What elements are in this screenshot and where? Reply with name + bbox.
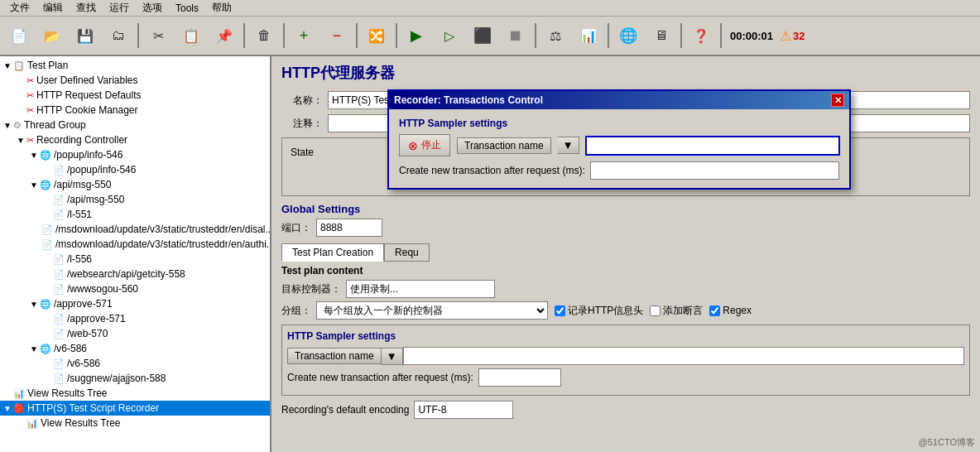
toolbar-stop[interactable]: ⬛: [467, 20, 498, 51]
tree-item-approve-571[interactable]: ▼ 🌐 /approve-571: [0, 296, 270, 311]
toolbar-toggle[interactable]: 🔀: [361, 20, 392, 51]
tree-item-view-results-2[interactable]: 📊 View Results Tree: [0, 416, 270, 430]
toolbar-stop-now[interactable]: ⏹: [500, 20, 531, 51]
tree-item-icon: 📄: [41, 224, 53, 235]
menubar: 文件 编辑 查找 运行 选项 Tools 帮助: [0, 0, 980, 17]
tree-item-v6-586b[interactable]: 📄 /v6-586: [0, 356, 270, 371]
toolbar-sep1: [137, 23, 139, 48]
expand-icon: ▼: [15, 136, 26, 145]
tree-item-icon: 📄: [53, 373, 65, 384]
tree-item-icon: 🔴: [13, 403, 25, 414]
modal-close-button[interactable]: ✕: [831, 94, 844, 107]
tree-item-msdownload-1[interactable]: 📄 /msdownload/update/v3/static/trusteddr…: [0, 222, 270, 237]
modal-dropdown-btn[interactable]: ▼: [558, 137, 579, 154]
menu-file[interactable]: 文件: [3, 0, 36, 17]
toolbar-remove[interactable]: −: [321, 20, 353, 51]
main-layout: ▼ 📋 Test Plan ✂ User Defined Variables ✂…: [0, 56, 980, 452]
menu-tools[interactable]: Tools: [169, 1, 205, 16]
toolbar-sep5: [396, 23, 397, 48]
toolbar-start-nopause[interactable]: ▷: [434, 20, 465, 51]
tree-item-icon: 📊: [26, 418, 38, 429]
tree-item-popup-546a[interactable]: ▼ 🌐 /popup/info-546: [0, 147, 270, 162]
tree-item-test-plan[interactable]: ▼ 📋 Test Plan: [0, 58, 270, 73]
tree-item-icon: 📄: [53, 209, 65, 220]
tree-item-label: /l-556: [67, 253, 92, 265]
modal-http-sampler-title: HTTP Sampler settings: [399, 118, 839, 129]
tree-item-approve-571b[interactable]: 📄 /approve-571: [0, 311, 270, 326]
toolbar-delete[interactable]: 🗑: [248, 20, 280, 51]
tree-item-label: Thread Group: [24, 119, 86, 131]
expand-icon: ▼: [28, 344, 40, 353]
tree-item-recording-controller[interactable]: ▼ ✂ Recording Controller: [0, 132, 270, 147]
tree-item-icon: 📄: [53, 269, 65, 280]
expand-icon: ▼: [2, 61, 13, 70]
toolbar-html[interactable]: 🌐: [612, 20, 644, 51]
tree-item-label: Test Plan: [27, 60, 68, 71]
tree-item-label: /web-570: [67, 328, 108, 339]
toolbar-aggregate[interactable]: 📊: [573, 20, 604, 51]
tree-item-l-551[interactable]: 📄 /l-551: [0, 207, 270, 222]
toolbar-start[interactable]: ▶: [401, 20, 432, 51]
menu-help[interactable]: 帮助: [205, 0, 238, 17]
tree-item-v6-586[interactable]: ▼ 🌐 /v6-586: [0, 341, 270, 356]
tree-item-icon: 🌐: [40, 150, 51, 161]
menu-find[interactable]: 查找: [70, 0, 103, 17]
tree-item-label: HTTP Cookie Manager: [36, 104, 138, 116]
toolbar-paste[interactable]: 📌: [209, 20, 240, 51]
menu-run[interactable]: 运行: [103, 0, 136, 17]
tree-item-thread-group[interactable]: ▼ ⚙ Thread Group: [0, 118, 270, 132]
tree-item-icon: 🌐: [40, 299, 51, 310]
toolbar-save[interactable]: 💾: [70, 20, 101, 51]
tree-item-label: /msdownload/update/v3/static/trusteddr/e…: [55, 238, 270, 250]
toolbar-copy[interactable]: 📋: [175, 20, 207, 51]
tree-item-label: /approve-571: [54, 298, 113, 310]
tree-item-icon: ✂: [26, 135, 34, 146]
tree-item-icon: 📄: [41, 239, 53, 250]
tree-item-msdownload-2[interactable]: 📄 /msdownload/update/v3/static/trusteddr…: [0, 237, 270, 252]
tree-item-icon: 🌐: [40, 344, 51, 354]
tree-item-icon: 📋: [13, 60, 25, 71]
tree-item-api-msg-550b[interactable]: 📄 /api/msg-550: [0, 192, 270, 207]
toolbar-saveas[interactable]: 🗂: [103, 20, 134, 51]
tree-item-user-defined[interactable]: ✂ User Defined Variables: [0, 73, 270, 88]
modal-create-input[interactable]: [590, 161, 839, 180]
tree-item-icon: ✂: [26, 75, 34, 86]
tree-item-icon: ✂: [26, 90, 34, 101]
modal-main-row: ⊗ 停止 Transaction name ▼: [399, 134, 839, 156]
modal-stop-button[interactable]: ⊗ 停止: [399, 134, 450, 156]
tree-item-web-570[interactable]: 📄 /web-570: [0, 326, 270, 341]
tree-item-wwwsogou[interactable]: 📄 /wwwsogou-560: [0, 281, 270, 296]
toolbar-sep6: [535, 23, 536, 48]
modal-overlay: Recorder: Transactions Control ✕ HTTP Sa…: [271, 56, 980, 452]
tree-item-label: View Results Tree: [27, 387, 108, 399]
toolbar-add[interactable]: +: [288, 20, 319, 51]
toolbar-new[interactable]: 📄: [3, 20, 35, 51]
tree-item-popup-546b[interactable]: 📄 /popup/info-546: [0, 162, 270, 177]
toolbar-scale[interactable]: ⚖: [540, 20, 571, 51]
tree-item-icon: 📄: [53, 284, 65, 295]
tree-item-websearch[interactable]: 📄 /websearch/api/getcity-558: [0, 267, 270, 281]
tree-item-http-test-script[interactable]: ▼ 🔴 HTTP(S) Test Script Recorder: [0, 401, 270, 416]
tree-item-label: /websearch/api/getcity-558: [67, 268, 185, 280]
tree-item-view-results-1[interactable]: 📊 View Results Tree: [0, 386, 270, 401]
tree-item-suggnew[interactable]: 📄 /suggnew/ajajjson-588: [0, 371, 270, 386]
toolbar-cut[interactable]: ✂: [142, 20, 174, 51]
tree-item-label: View Results Tree: [41, 417, 121, 429]
expand-icon: ▼: [2, 404, 13, 413]
menu-edit[interactable]: 编辑: [36, 0, 70, 17]
toolbar-about[interactable]: ❓: [685, 20, 717, 51]
modal-transaction-input[interactable]: [586, 137, 839, 155]
tree-item-cookie-manager[interactable]: ✂ HTTP Cookie Manager: [0, 103, 270, 118]
toolbar-server[interactable]: 🖥: [646, 20, 677, 51]
modal-transaction-name-btn[interactable]: Transaction name: [457, 137, 551, 154]
tree-item-icon: ⚙: [13, 120, 22, 131]
tree-item-l-556[interactable]: 📄 /l-556: [0, 252, 270, 267]
tree-item-label: Recording Controller: [36, 134, 127, 146]
toolbar-sep4: [356, 23, 358, 48]
tree-item-http-defaults[interactable]: ✂ HTTP Request Defaults: [0, 88, 270, 103]
tree-item-label: /popup/info-546: [67, 164, 136, 176]
tree-item-api-msg-550[interactable]: ▼ 🌐 /api/msg-550: [0, 177, 270, 192]
menu-options[interactable]: 选项: [136, 0, 169, 17]
toolbar-open[interactable]: 📂: [36, 20, 68, 51]
tree-item-icon: 📄: [53, 358, 65, 369]
